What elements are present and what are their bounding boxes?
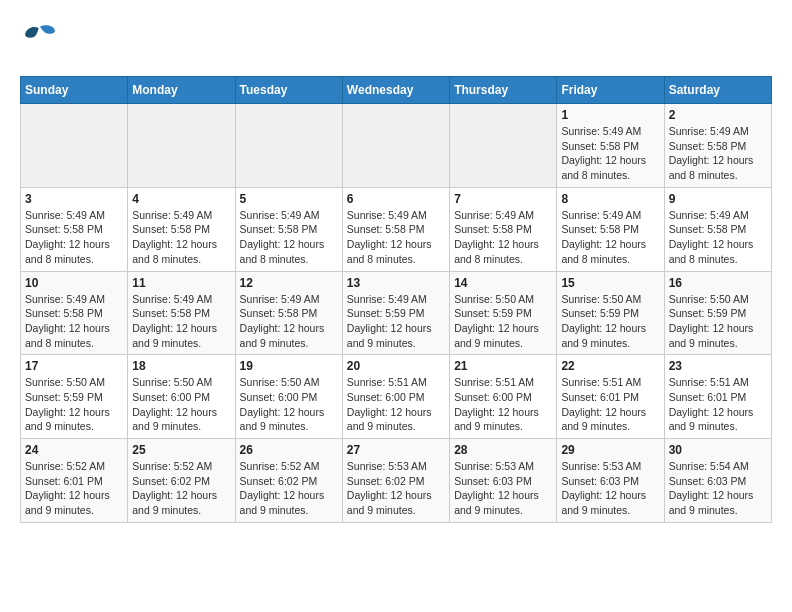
calendar-cell: 14Sunrise: 5:50 AM Sunset: 5:59 PM Dayli… (450, 271, 557, 355)
logo (20, 20, 64, 60)
calendar-cell: 11Sunrise: 5:49 AM Sunset: 5:58 PM Dayli… (128, 271, 235, 355)
calendar-cell: 22Sunrise: 5:51 AM Sunset: 6:01 PM Dayli… (557, 355, 664, 439)
day-number: 14 (454, 276, 552, 290)
day-info: Sunrise: 5:51 AM Sunset: 6:00 PM Dayligh… (347, 375, 445, 434)
day-number: 22 (561, 359, 659, 373)
day-info: Sunrise: 5:49 AM Sunset: 5:58 PM Dayligh… (132, 208, 230, 267)
day-info: Sunrise: 5:50 AM Sunset: 5:59 PM Dayligh… (454, 292, 552, 351)
day-number: 9 (669, 192, 767, 206)
calendar-cell: 25Sunrise: 5:52 AM Sunset: 6:02 PM Dayli… (128, 439, 235, 523)
day-info: Sunrise: 5:50 AM Sunset: 5:59 PM Dayligh… (561, 292, 659, 351)
day-info: Sunrise: 5:53 AM Sunset: 6:02 PM Dayligh… (347, 459, 445, 518)
day-number: 5 (240, 192, 338, 206)
day-info: Sunrise: 5:50 AM Sunset: 5:59 PM Dayligh… (669, 292, 767, 351)
day-info: Sunrise: 5:49 AM Sunset: 5:58 PM Dayligh… (561, 208, 659, 267)
calendar-cell: 10Sunrise: 5:49 AM Sunset: 5:58 PM Dayli… (21, 271, 128, 355)
day-info: Sunrise: 5:49 AM Sunset: 5:58 PM Dayligh… (240, 292, 338, 351)
day-number: 27 (347, 443, 445, 457)
calendar-cell: 13Sunrise: 5:49 AM Sunset: 5:59 PM Dayli… (342, 271, 449, 355)
day-number: 20 (347, 359, 445, 373)
day-info: Sunrise: 5:49 AM Sunset: 5:58 PM Dayligh… (561, 124, 659, 183)
day-number: 19 (240, 359, 338, 373)
day-header-thursday: Thursday (450, 77, 557, 104)
calendar-cell: 28Sunrise: 5:53 AM Sunset: 6:03 PM Dayli… (450, 439, 557, 523)
day-number: 10 (25, 276, 123, 290)
day-info: Sunrise: 5:53 AM Sunset: 6:03 PM Dayligh… (454, 459, 552, 518)
calendar-table: SundayMondayTuesdayWednesdayThursdayFrid… (20, 76, 772, 523)
day-info: Sunrise: 5:52 AM Sunset: 6:02 PM Dayligh… (240, 459, 338, 518)
day-info: Sunrise: 5:49 AM Sunset: 5:58 PM Dayligh… (669, 124, 767, 183)
day-number: 30 (669, 443, 767, 457)
day-number: 29 (561, 443, 659, 457)
day-header-sunday: Sunday (21, 77, 128, 104)
day-number: 13 (347, 276, 445, 290)
calendar-cell: 16Sunrise: 5:50 AM Sunset: 5:59 PM Dayli… (664, 271, 771, 355)
calendar-cell: 5Sunrise: 5:49 AM Sunset: 5:58 PM Daylig… (235, 187, 342, 271)
day-header-tuesday: Tuesday (235, 77, 342, 104)
day-info: Sunrise: 5:51 AM Sunset: 6:01 PM Dayligh… (669, 375, 767, 434)
calendar-cell: 2Sunrise: 5:49 AM Sunset: 5:58 PM Daylig… (664, 104, 771, 188)
day-number: 16 (669, 276, 767, 290)
day-number: 25 (132, 443, 230, 457)
day-number: 28 (454, 443, 552, 457)
day-info: Sunrise: 5:49 AM Sunset: 5:59 PM Dayligh… (347, 292, 445, 351)
day-number: 17 (25, 359, 123, 373)
day-info: Sunrise: 5:51 AM Sunset: 6:00 PM Dayligh… (454, 375, 552, 434)
calendar-cell (342, 104, 449, 188)
calendar-cell: 30Sunrise: 5:54 AM Sunset: 6:03 PM Dayli… (664, 439, 771, 523)
calendar-cell: 27Sunrise: 5:53 AM Sunset: 6:02 PM Dayli… (342, 439, 449, 523)
day-number: 26 (240, 443, 338, 457)
calendar-cell: 8Sunrise: 5:49 AM Sunset: 5:58 PM Daylig… (557, 187, 664, 271)
calendar-cell (128, 104, 235, 188)
page-header (20, 20, 772, 60)
day-number: 6 (347, 192, 445, 206)
calendar-cell: 23Sunrise: 5:51 AM Sunset: 6:01 PM Dayli… (664, 355, 771, 439)
day-info: Sunrise: 5:51 AM Sunset: 6:01 PM Dayligh… (561, 375, 659, 434)
calendar-cell: 18Sunrise: 5:50 AM Sunset: 6:00 PM Dayli… (128, 355, 235, 439)
calendar-cell: 19Sunrise: 5:50 AM Sunset: 6:00 PM Dayli… (235, 355, 342, 439)
day-header-saturday: Saturday (664, 77, 771, 104)
day-info: Sunrise: 5:52 AM Sunset: 6:02 PM Dayligh… (132, 459, 230, 518)
day-info: Sunrise: 5:49 AM Sunset: 5:58 PM Dayligh… (669, 208, 767, 267)
calendar-cell: 15Sunrise: 5:50 AM Sunset: 5:59 PM Dayli… (557, 271, 664, 355)
calendar-week-row: 1Sunrise: 5:49 AM Sunset: 5:58 PM Daylig… (21, 104, 772, 188)
day-info: Sunrise: 5:49 AM Sunset: 5:58 PM Dayligh… (347, 208, 445, 267)
day-info: Sunrise: 5:49 AM Sunset: 5:58 PM Dayligh… (132, 292, 230, 351)
day-info: Sunrise: 5:49 AM Sunset: 5:58 PM Dayligh… (240, 208, 338, 267)
day-number: 15 (561, 276, 659, 290)
calendar-week-row: 17Sunrise: 5:50 AM Sunset: 5:59 PM Dayli… (21, 355, 772, 439)
calendar-cell: 29Sunrise: 5:53 AM Sunset: 6:03 PM Dayli… (557, 439, 664, 523)
day-number: 18 (132, 359, 230, 373)
day-number: 24 (25, 443, 123, 457)
day-number: 3 (25, 192, 123, 206)
calendar-cell (235, 104, 342, 188)
day-info: Sunrise: 5:50 AM Sunset: 6:00 PM Dayligh… (132, 375, 230, 434)
day-info: Sunrise: 5:52 AM Sunset: 6:01 PM Dayligh… (25, 459, 123, 518)
calendar-cell (21, 104, 128, 188)
calendar-cell: 20Sunrise: 5:51 AM Sunset: 6:00 PM Dayli… (342, 355, 449, 439)
calendar-cell: 24Sunrise: 5:52 AM Sunset: 6:01 PM Dayli… (21, 439, 128, 523)
calendar-cell: 17Sunrise: 5:50 AM Sunset: 5:59 PM Dayli… (21, 355, 128, 439)
calendar-header-row: SundayMondayTuesdayWednesdayThursdayFrid… (21, 77, 772, 104)
logo-icon (20, 20, 60, 60)
day-info: Sunrise: 5:50 AM Sunset: 6:00 PM Dayligh… (240, 375, 338, 434)
calendar-cell (450, 104, 557, 188)
day-number: 7 (454, 192, 552, 206)
day-info: Sunrise: 5:54 AM Sunset: 6:03 PM Dayligh… (669, 459, 767, 518)
day-number: 8 (561, 192, 659, 206)
calendar-cell: 9Sunrise: 5:49 AM Sunset: 5:58 PM Daylig… (664, 187, 771, 271)
calendar-week-row: 10Sunrise: 5:49 AM Sunset: 5:58 PM Dayli… (21, 271, 772, 355)
calendar-week-row: 24Sunrise: 5:52 AM Sunset: 6:01 PM Dayli… (21, 439, 772, 523)
calendar-cell: 21Sunrise: 5:51 AM Sunset: 6:00 PM Dayli… (450, 355, 557, 439)
day-info: Sunrise: 5:53 AM Sunset: 6:03 PM Dayligh… (561, 459, 659, 518)
calendar-week-row: 3Sunrise: 5:49 AM Sunset: 5:58 PM Daylig… (21, 187, 772, 271)
calendar-cell: 7Sunrise: 5:49 AM Sunset: 5:58 PM Daylig… (450, 187, 557, 271)
day-info: Sunrise: 5:49 AM Sunset: 5:58 PM Dayligh… (454, 208, 552, 267)
day-header-monday: Monday (128, 77, 235, 104)
day-info: Sunrise: 5:49 AM Sunset: 5:58 PM Dayligh… (25, 292, 123, 351)
day-info: Sunrise: 5:50 AM Sunset: 5:59 PM Dayligh… (25, 375, 123, 434)
calendar-cell: 6Sunrise: 5:49 AM Sunset: 5:58 PM Daylig… (342, 187, 449, 271)
day-number: 23 (669, 359, 767, 373)
day-number: 11 (132, 276, 230, 290)
day-header-wednesday: Wednesday (342, 77, 449, 104)
